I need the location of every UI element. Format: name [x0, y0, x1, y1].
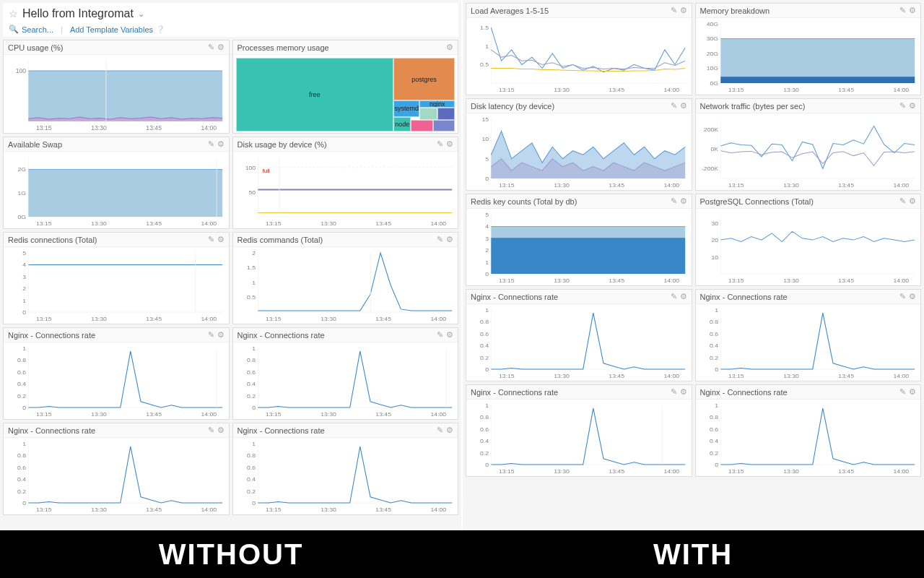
svg-text:14:00: 14:00 — [664, 86, 680, 93]
gear-icon[interactable]: ⚙ — [909, 197, 916, 206]
gear-icon[interactable]: ⚙ — [446, 235, 453, 244]
svg-text:40G: 40G — [706, 21, 718, 27]
edit-icon[interactable]: ✎ — [208, 43, 214, 52]
edit-icon[interactable]: ✎ — [208, 426, 214, 435]
treemap-cell[interactable] — [437, 108, 455, 119]
svg-text:14:00: 14:00 — [893, 86, 909, 93]
treemap-cell[interactable]: postgres — [393, 58, 455, 100]
edit-icon[interactable]: ✎ — [899, 101, 906, 111]
panel-nginx-rate-7: Nginx - Connections rate✎⚙00.20.40.60.81… — [466, 384, 692, 477]
gear-icon[interactable]: ⚙ — [909, 6, 916, 15]
panel-nginx-rate-5: Nginx - Connections rate✎⚙00.20.40.60.81… — [466, 289, 692, 381]
svg-text:13:15: 13:15 — [499, 277, 515, 284]
search-link[interactable]: 🔍 Search... — [9, 25, 53, 34]
chevron-down-icon[interactable]: ⌄ — [138, 9, 144, 19]
edit-icon[interactable]: ✎ — [899, 6, 906, 15]
gear-icon[interactable]: ⚙ — [909, 387, 916, 397]
edit-icon[interactable]: ✎ — [671, 197, 677, 206]
edit-icon[interactable]: ✎ — [671, 387, 677, 397]
svg-text:3: 3 — [485, 235, 489, 242]
svg-text:13:30: 13:30 — [783, 277, 799, 284]
dashboard-title[interactable]: Hello from Integromat — [22, 7, 134, 20]
svg-text:14:00: 14:00 — [664, 277, 680, 284]
panel-redis-keys: Redis key counts (Total by db)✎⚙01234513… — [466, 194, 692, 286]
svg-text:0.2: 0.2 — [17, 488, 26, 495]
gear-icon[interactable]: ⚙ — [446, 139, 453, 149]
edit-icon[interactable]: ✎ — [208, 235, 214, 244]
svg-text:13:45: 13:45 — [838, 372, 854, 379]
edit-icon[interactable]: ✎ — [437, 235, 443, 244]
panel-nginx-rate-8: Nginx - Connections rate✎⚙00.20.40.60.81… — [695, 384, 922, 477]
svg-text:13:45: 13:45 — [146, 220, 162, 227]
svg-text:13:30: 13:30 — [91, 506, 107, 513]
svg-text:0.6: 0.6 — [17, 464, 26, 471]
gear-icon[interactable]: ⚙ — [680, 197, 687, 206]
edit-icon[interactable]: ✎ — [899, 387, 906, 397]
edit-icon[interactable]: ✎ — [208, 330, 214, 340]
svg-text:13:30: 13:30 — [783, 372, 799, 379]
svg-text:13:15: 13:15 — [728, 372, 744, 379]
svg-text:1: 1 — [22, 297, 26, 304]
svg-text:14:00: 14:00 — [893, 277, 909, 284]
gear-icon[interactable]: ⚙ — [446, 330, 453, 340]
svg-text:1G: 1G — [18, 190, 27, 197]
gear-icon[interactable]: ⚙ — [446, 43, 453, 52]
gear-icon[interactable]: ⚙ — [680, 292, 687, 301]
edit-icon[interactable]: ✎ — [671, 6, 677, 15]
svg-text:0.2: 0.2 — [247, 392, 256, 400]
panel-swap: Available Swap✎⚙0G1G2G13:1513:3013:4514:… — [3, 137, 230, 229]
gear-icon[interactable]: ⚙ — [446, 426, 453, 435]
treemap-cell[interactable] — [433, 120, 455, 131]
star-icon[interactable]: ☆ — [9, 8, 18, 20]
svg-text:1.5: 1.5 — [247, 264, 256, 272]
edit-icon[interactable]: ✎ — [899, 197, 906, 206]
treemap-cell[interactable] — [411, 120, 432, 131]
edit-icon[interactable]: ✎ — [671, 101, 677, 111]
gear-icon[interactable]: ⚙ — [217, 330, 225, 340]
svg-text:13:15: 13:15 — [36, 506, 52, 513]
gear-icon[interactable]: ⚙ — [217, 426, 225, 435]
svg-text:0.5: 0.5 — [480, 61, 489, 69]
svg-text:13:30: 13:30 — [321, 506, 336, 513]
add-template-vars-link[interactable]: Add Template Variables ❔ — [70, 25, 165, 34]
svg-text:0.6: 0.6 — [710, 330, 718, 337]
svg-text:0.4: 0.4 — [480, 438, 489, 445]
treemap-cell[interactable] — [419, 108, 437, 119]
svg-text:0: 0 — [485, 270, 489, 277]
svg-text:0.5: 0.5 — [247, 294, 256, 301]
svg-text:50: 50 — [248, 189, 256, 196]
svg-text:1: 1 — [485, 402, 489, 409]
gear-icon[interactable]: ⚙ — [217, 139, 225, 149]
svg-text:14:00: 14:00 — [430, 506, 446, 513]
edit-icon[interactable]: ✎ — [437, 426, 443, 435]
edit-icon[interactable]: ✎ — [899, 292, 906, 301]
treemap-cell[interactable]: systemd — [393, 100, 419, 116]
edit-icon[interactable]: ✎ — [437, 139, 443, 149]
svg-text:4: 4 — [22, 262, 26, 269]
svg-text:13:15: 13:15 — [499, 372, 515, 379]
gear-icon[interactable]: ⚙ — [909, 292, 916, 301]
svg-text:30: 30 — [711, 220, 718, 227]
treemap-cell[interactable]: nginx — [419, 100, 455, 108]
panel-redis-conn: Redis connections (Total)✎⚙01234513:1513… — [3, 232, 230, 324]
gear-icon[interactable]: ⚙ — [680, 6, 687, 15]
svg-text:14:00: 14:00 — [201, 506, 217, 513]
treemap-cell[interactable]: node — [393, 117, 411, 131]
treemap-cell[interactable]: free — [236, 58, 394, 131]
edit-icon[interactable]: ✎ — [208, 139, 214, 149]
svg-text:1: 1 — [252, 279, 256, 286]
svg-text:0.6: 0.6 — [17, 368, 26, 376]
gear-icon[interactable]: ⚙ — [217, 235, 225, 244]
svg-text:5: 5 — [22, 250, 26, 256]
svg-text:14:00: 14:00 — [201, 410, 217, 418]
edit-icon[interactable]: ✎ — [671, 292, 677, 301]
svg-text:13:45: 13:45 — [609, 181, 624, 189]
panel-nginx-rate-4: Nginx - Connections rate✎⚙00.20.40.60.81… — [232, 423, 459, 515]
gear-icon[interactable]: ⚙ — [680, 387, 687, 397]
gear-icon[interactable]: ⚙ — [217, 43, 225, 52]
edit-icon[interactable]: ✎ — [437, 330, 443, 340]
svg-text:0: 0 — [22, 499, 26, 506]
comparison-banner: WITHOUT WITH — [0, 530, 924, 578]
gear-icon[interactable]: ⚙ — [680, 101, 687, 111]
gear-icon[interactable]: ⚙ — [909, 101, 916, 111]
